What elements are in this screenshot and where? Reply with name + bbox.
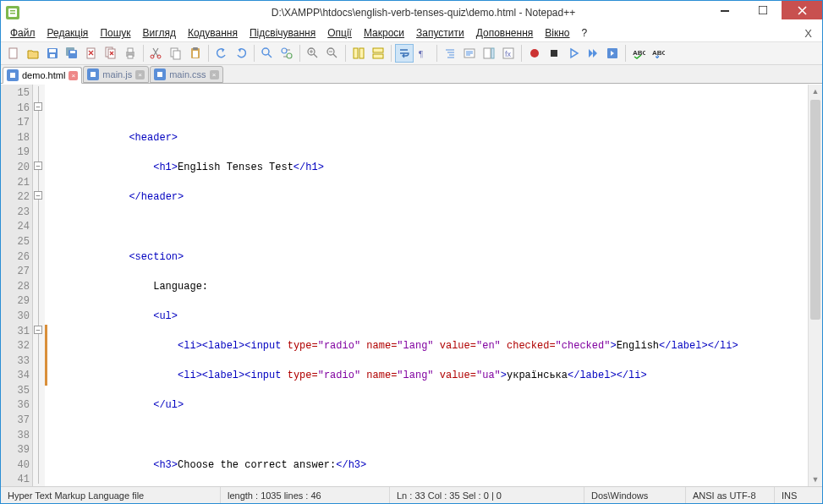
separator [208, 45, 209, 62]
sync-vscroll-button[interactable] [349, 44, 368, 63]
print-button[interactable] [121, 44, 140, 63]
app-icon [6, 6, 19, 19]
menu-macros[interactable]: Макроси [358, 26, 410, 40]
menu-language[interactable]: Підсвічування [244, 26, 321, 40]
scroll-down-arrow[interactable]: ▼ [809, 473, 822, 486]
status-encoding: ANSI as UTF-8 [686, 487, 775, 503]
wordwrap-button[interactable] [395, 44, 414, 63]
svg-text:¶: ¶ [419, 48, 423, 58]
tab-demo-html[interactable]: demo.html × [3, 67, 82, 84]
menubar: Файл Редакція Пошук Вигляд Кодування Під… [1, 25, 822, 41]
tab-main-css[interactable]: main.css × [150, 66, 222, 83]
svg-point-26 [262, 48, 269, 55]
tab-main-js[interactable]: main.js × [83, 66, 149, 83]
svg-text:ABC: ABC [633, 49, 645, 57]
menubar-close-button[interactable]: X [798, 27, 819, 40]
separator [254, 45, 255, 62]
file-icon [154, 68, 166, 80]
svg-rect-33 [373, 48, 383, 52]
separator [299, 45, 300, 62]
menu-plugins[interactable]: Доповнення [470, 26, 540, 40]
menu-file[interactable]: Файл [4, 26, 41, 40]
svg-rect-2 [10, 10, 15, 12]
menu-search[interactable]: Пошук [94, 26, 136, 40]
menu-help[interactable]: ? [576, 26, 594, 40]
maximize-button[interactable] [743, 1, 782, 19]
svg-rect-9 [50, 54, 55, 58]
play-macro-button[interactable] [564, 44, 583, 63]
fold-toggle[interactable]: − [34, 191, 42, 200]
file-icon [7, 69, 19, 81]
zoom-in-button[interactable] [304, 44, 322, 63]
function-list-button[interactable]: fx [499, 44, 518, 63]
record-macro-button[interactable] [525, 44, 544, 63]
copy-button[interactable] [167, 44, 185, 63]
svg-rect-5 [759, 6, 767, 14]
menu-options[interactable]: Опції [321, 26, 358, 40]
tabbar: demo.html × main.js × main.css × [1, 65, 822, 84]
svg-rect-17 [128, 48, 133, 52]
svg-rect-31 [354, 48, 358, 58]
tab-close-icon[interactable]: × [69, 71, 78, 80]
menu-window[interactable]: Вікно [539, 26, 575, 40]
vertical-scrollbar[interactable]: ▲ ▼ [808, 85, 822, 486]
save-all-button[interactable] [63, 44, 81, 63]
svg-rect-49 [91, 72, 96, 77]
titlebar: D:\XAMPP\htdocs\english-verb-tenses-quiz… [1, 1, 822, 25]
new-file-button[interactable] [4, 44, 23, 63]
svg-rect-24 [193, 51, 198, 58]
close-file-button[interactable] [82, 44, 101, 63]
open-file-button[interactable] [24, 44, 42, 63]
paste-button[interactable] [186, 44, 205, 63]
undo-button[interactable] [212, 44, 231, 63]
save-button[interactable] [43, 44, 62, 63]
user-lang-button[interactable] [460, 44, 479, 63]
svg-rect-12 [70, 51, 75, 53]
svg-rect-8 [49, 49, 56, 52]
svg-rect-3 [10, 13, 15, 14]
separator [345, 45, 346, 62]
replace-button[interactable] [277, 44, 296, 63]
sync-hscroll-button[interactable] [369, 44, 387, 63]
svg-rect-4 [721, 10, 729, 12]
menu-encoding[interactable]: Кодування [182, 26, 244, 40]
fold-gutter[interactable]: − − − − [33, 85, 45, 486]
svg-rect-18 [128, 55, 133, 58]
close-all-button[interactable] [102, 44, 120, 63]
spellcheck-button[interactable]: ABC [629, 44, 648, 63]
scrollbar-thumb[interactable] [810, 100, 820, 320]
svg-rect-47 [10, 73, 15, 78]
play-multi-button[interactable] [584, 44, 602, 63]
status-position: Ln : 33 Col : 35 Sel : 0 | 0 [390, 487, 584, 503]
menu-view[interactable]: Вигляд [137, 26, 182, 40]
stop-macro-button[interactable] [545, 44, 563, 63]
svg-rect-25 [193, 47, 198, 50]
svg-text:fx: fx [505, 50, 512, 58]
svg-rect-42 [551, 50, 557, 57]
doc-map-button[interactable] [480, 44, 498, 63]
fold-toggle[interactable]: − [34, 162, 42, 170]
menu-edit[interactable]: Редакція [41, 26, 95, 40]
redo-button[interactable] [232, 44, 250, 63]
svg-point-28 [287, 53, 292, 58]
spellcheck-next-button[interactable]: ABC [649, 44, 667, 63]
editor[interactable]: 1516171819202122232425262728293031323334… [1, 84, 822, 486]
status-filetype: Hyper Text Markup Language file [1, 487, 221, 503]
code-area[interactable]: <header> <h1>English Tenses Test</h1> </… [49, 85, 808, 486]
menu-run[interactable]: Запустити [410, 26, 470, 40]
fold-toggle[interactable]: − [34, 102, 42, 111]
tab-close-icon[interactable]: × [210, 70, 219, 79]
tab-close-icon[interactable]: × [135, 70, 145, 79]
close-button[interactable] [782, 1, 822, 19]
indent-guide-button[interactable] [441, 44, 459, 63]
zoom-out-button[interactable] [323, 44, 342, 63]
find-button[interactable] [258, 44, 277, 63]
toolbar: ¶ fx ABC ABC [1, 41, 822, 65]
svg-rect-38 [491, 48, 494, 58]
show-all-chars-button[interactable]: ¶ [414, 44, 433, 63]
scroll-up-arrow[interactable]: ▲ [809, 85, 822, 98]
save-macro-button[interactable] [603, 44, 622, 63]
minimize-button[interactable] [705, 1, 743, 19]
fold-toggle[interactable]: − [34, 326, 42, 334]
cut-button[interactable] [147, 44, 166, 63]
